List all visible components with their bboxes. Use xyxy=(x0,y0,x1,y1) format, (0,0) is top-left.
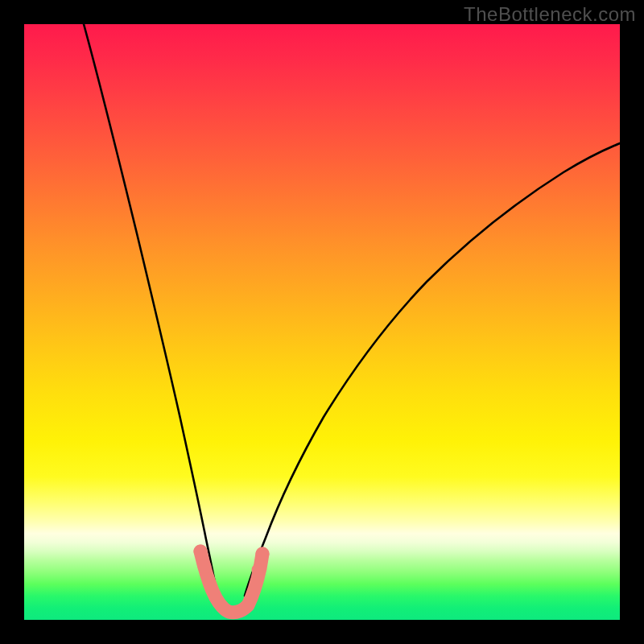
left-curve xyxy=(84,24,217,596)
curve-layer xyxy=(24,24,620,620)
valley-dot xyxy=(256,547,270,561)
valley-dot xyxy=(198,560,212,574)
watermark-text: TheBottleneck.com xyxy=(464,3,636,26)
valley-band xyxy=(200,551,262,613)
right-curve xyxy=(245,143,620,596)
chart-frame: TheBottleneck.com xyxy=(0,0,644,644)
valley-dot xyxy=(194,545,208,559)
plot-area xyxy=(24,24,620,620)
valley-dot xyxy=(252,564,266,577)
